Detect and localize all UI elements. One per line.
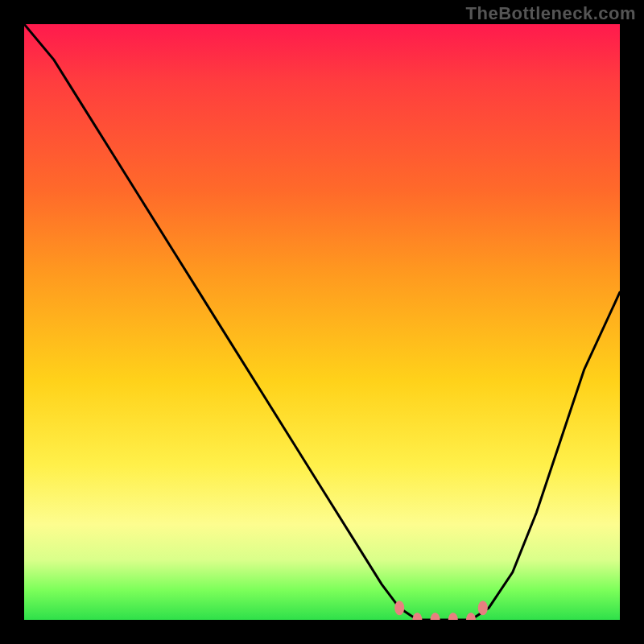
watermark-text: TheBottleneck.com [466, 3, 636, 24]
plot-area [24, 24, 620, 620]
minimum-markers [394, 601, 488, 620]
curve-layer [24, 24, 620, 620]
minimum-marker [412, 613, 422, 620]
minimum-marker [431, 613, 440, 620]
bottleneck-curve [24, 24, 620, 620]
chart-frame: TheBottleneck.com [0, 0, 644, 644]
minimum-marker [478, 601, 488, 615]
minimum-marker [466, 613, 476, 620]
minimum-marker [394, 601, 404, 615]
minimum-marker [448, 613, 458, 620]
